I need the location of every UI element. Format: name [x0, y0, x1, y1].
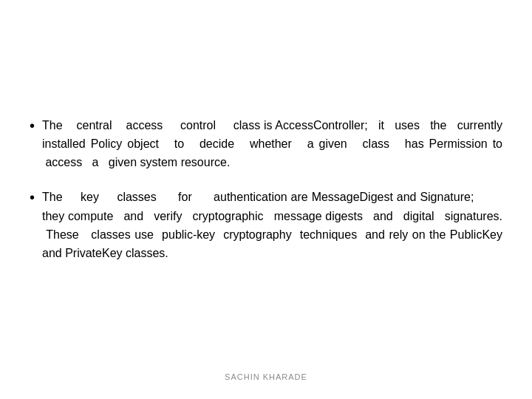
bullet-text-1: The central access control class is Acce… — [42, 116, 502, 172]
list-item: • The key classes for authentication are… — [30, 188, 502, 262]
footer: SACHIN KHARADE — [30, 372, 502, 384]
content-area: • The central access control class is Ac… — [30, 22, 502, 372]
list-item: • The central access control class is Ac… — [30, 116, 502, 172]
bullet-dot-1: • — [30, 115, 35, 137]
bullet-list: • The central access control class is Ac… — [30, 116, 502, 279]
bullet-dot-2: • — [30, 186, 35, 209]
footer-label: SACHIN KHARADE — [225, 372, 307, 381]
bullet-text-2: The key classes for authentication are M… — [42, 188, 502, 262]
